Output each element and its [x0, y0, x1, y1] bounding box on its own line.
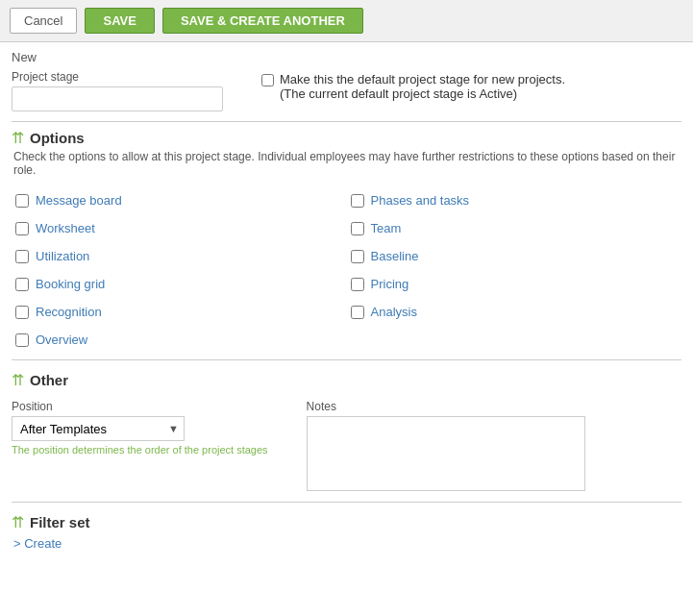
- option-analysis-checkbox[interactable]: [351, 306, 364, 319]
- option-worksheet-checkbox[interactable]: [15, 222, 29, 235]
- filter-set-title: Filter set: [30, 514, 90, 530]
- options-section-title: Options: [30, 130, 85, 146]
- option-worksheet-label[interactable]: Worksheet: [36, 221, 95, 235]
- option-phases-tasks: Phases and tasks: [347, 186, 682, 214]
- toolbar: Cancel SAVE SAVE & CREATE ANOTHER: [0, 0, 693, 42]
- options-section-description: Check the options to allow at this proje…: [12, 150, 681, 177]
- option-recognition-checkbox[interactable]: [15, 306, 29, 319]
- other-content: Position After Templates Before Template…: [12, 392, 681, 502]
- option-team-checkbox[interactable]: [351, 222, 364, 235]
- option-utilization: Utilization: [12, 242, 347, 270]
- create-filter-link[interactable]: > Create: [13, 536, 62, 551]
- option-baseline: Baseline: [347, 242, 682, 270]
- default-stage-line2: (The current default project stage is Ac…: [280, 86, 517, 101]
- option-pricing-label[interactable]: Pricing: [371, 277, 409, 291]
- option-message-board-label[interactable]: Message board: [36, 193, 122, 208]
- option-worksheet: Worksheet: [12, 214, 347, 242]
- option-overview-checkbox[interactable]: [15, 333, 29, 347]
- options-section: ⇈ Options Check the options to allow at …: [12, 121, 681, 354]
- project-stage-input[interactable]: [12, 86, 223, 111]
- option-baseline-checkbox[interactable]: [351, 250, 364, 263]
- other-section: ⇈ Other Position After Templates Before …: [12, 359, 681, 502]
- project-stage-row: Project stage Make this the default proj…: [12, 70, 681, 111]
- record-label: New: [12, 50, 681, 64]
- option-pricing-checkbox[interactable]: [351, 278, 364, 291]
- position-group: Position After Templates Before Template…: [12, 400, 268, 494]
- other-collapse-icon[interactable]: ⇈: [12, 373, 24, 388]
- option-pricing: Pricing: [347, 270, 682, 298]
- option-booking-grid-label[interactable]: Booking grid: [36, 277, 105, 291]
- project-stage-label: Project stage: [12, 70, 223, 84]
- other-section-title: Other: [30, 372, 68, 388]
- option-utilization-label[interactable]: Utilization: [36, 249, 89, 263]
- position-select-wrapper: After Templates Before Templates First L…: [12, 416, 185, 441]
- options-grid: Message board Worksheet Utilization Book…: [12, 186, 681, 354]
- option-overview-label[interactable]: Overview: [36, 333, 87, 347]
- position-label: Position: [12, 400, 268, 413]
- default-stage-line1: Make this the default project stage for …: [280, 72, 565, 86]
- save-create-another-button[interactable]: SAVE & CREATE ANOTHER: [162, 8, 363, 34]
- default-stage-checkbox[interactable]: [261, 74, 274, 86]
- option-booking-grid-checkbox[interactable]: [15, 278, 29, 291]
- notes-label: Notes: [307, 400, 585, 413]
- option-recognition-label[interactable]: Recognition: [36, 305, 102, 319]
- option-message-board: Message board: [12, 186, 347, 214]
- option-booking-grid: Booking grid: [12, 270, 347, 298]
- options-left-column: Message board Worksheet Utilization Book…: [12, 186, 347, 354]
- option-phases-tasks-label[interactable]: Phases and tasks: [371, 193, 470, 208]
- option-analysis: Analysis: [347, 298, 682, 326]
- options-section-header: ⇈ Options: [12, 122, 681, 150]
- filter-set-section: ⇈ Filter set > Create: [12, 502, 681, 551]
- save-button[interactable]: SAVE: [85, 8, 154, 34]
- other-section-header: ⇈ Other: [12, 364, 681, 392]
- filter-set-header: ⇈ Filter set: [12, 506, 681, 534]
- position-select[interactable]: After Templates Before Templates First L…: [12, 416, 185, 441]
- cancel-button[interactable]: Cancel: [10, 8, 77, 34]
- option-baseline-label[interactable]: Baseline: [371, 249, 419, 263]
- project-stage-field: Project stage: [12, 70, 223, 111]
- notes-textarea[interactable]: [307, 416, 585, 491]
- filter-set-collapse-icon[interactable]: ⇈: [12, 515, 24, 530]
- option-overview: Overview: [12, 326, 347, 354]
- option-phases-tasks-checkbox[interactable]: [351, 194, 364, 208]
- position-hint: The position determines the order of the…: [12, 444, 268, 456]
- default-stage-group: Make this the default project stage for …: [261, 70, 565, 101]
- options-right-column: Phases and tasks Team Baseline Pricing A…: [347, 186, 682, 354]
- options-collapse-icon[interactable]: ⇈: [12, 131, 24, 146]
- option-analysis-label[interactable]: Analysis: [371, 305, 417, 319]
- notes-group: Notes: [307, 400, 585, 494]
- page-content: New Project stage Make this the default …: [0, 42, 693, 558]
- option-message-board-checkbox[interactable]: [15, 194, 29, 208]
- option-team: Team: [347, 214, 682, 242]
- option-team-label[interactable]: Team: [371, 221, 402, 235]
- default-stage-text: Make this the default project stage for …: [280, 72, 565, 101]
- option-recognition: Recognition: [12, 298, 347, 326]
- option-utilization-checkbox[interactable]: [15, 250, 29, 263]
